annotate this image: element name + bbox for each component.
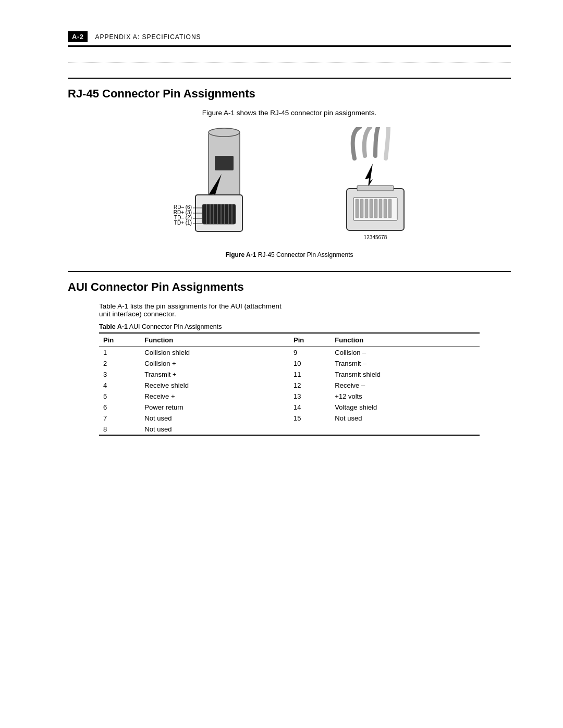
function-right: Receive – bbox=[331, 380, 480, 391]
pin-right bbox=[289, 424, 331, 435]
function-left: Receive + bbox=[140, 391, 289, 402]
svg-point-1 bbox=[209, 128, 240, 137]
svg-text:12345678: 12345678 bbox=[364, 235, 387, 240]
svg-rect-24 bbox=[356, 199, 359, 218]
pin-right: 14 bbox=[289, 402, 331, 413]
table-caption-text: AUI Connector Pin Assignments bbox=[128, 323, 222, 330]
pin-assignments-table: Pin Function Pin Function 1 Collision sh… bbox=[99, 332, 480, 436]
svg-rect-2 bbox=[215, 156, 234, 170]
table-row: 2 Collision + 10 Transmit – bbox=[99, 358, 480, 369]
page-badge: A-2 bbox=[68, 31, 88, 42]
svg-rect-30 bbox=[384, 199, 387, 218]
rj45-figure-caption: Figure A-1 RJ-45 Connector Pin Assignmen… bbox=[68, 251, 511, 258]
function-right: Not used bbox=[331, 413, 480, 424]
function-left: Power return bbox=[140, 402, 289, 413]
pin-right: 10 bbox=[289, 358, 331, 369]
pin-right: 15 bbox=[289, 413, 331, 424]
table-row: 5 Receive + 13 +12 volts bbox=[99, 391, 480, 402]
table-caption-bold: Table A-1 bbox=[99, 323, 128, 330]
rj45-figure: RD– (6) RD+ (3) TD– (2) TD+ (1) bbox=[68, 127, 511, 247]
rj45-body-text: Figure A-1 shows the RJ-45 connector pin… bbox=[68, 109, 511, 117]
svg-rect-31 bbox=[388, 199, 391, 218]
svg-text:TD+ (1): TD+ (1) bbox=[174, 220, 192, 226]
pin-left: 1 bbox=[99, 347, 140, 359]
svg-rect-26 bbox=[365, 199, 368, 218]
table-row: 1 Collision shield 9 Collision – bbox=[99, 347, 480, 359]
aui-divider bbox=[68, 271, 511, 272]
pin-left: 5 bbox=[99, 391, 140, 402]
function-left: Collision + bbox=[140, 358, 289, 369]
function-left: Not used bbox=[140, 424, 289, 435]
col-header-pin-right: Pin bbox=[289, 333, 331, 347]
aui-body-text: Table A-1 lists the pin assignments for … bbox=[68, 302, 511, 318]
svg-rect-29 bbox=[379, 199, 382, 218]
pin-left: 2 bbox=[99, 358, 140, 369]
aui-body-line1: Table A-1 lists the pin assignments for … bbox=[99, 302, 282, 310]
figure-caption-bold: Figure A-1 bbox=[226, 251, 256, 258]
function-left: Transmit + bbox=[140, 369, 289, 380]
pin-right: 11 bbox=[289, 369, 331, 380]
table-header-row: Pin Function Pin Function bbox=[99, 333, 480, 347]
col-header-function-right: Function bbox=[331, 333, 480, 347]
pin-right: 12 bbox=[289, 380, 331, 391]
rj45-right-diagram: 12345678 bbox=[323, 127, 427, 247]
col-header-function-left: Function bbox=[140, 333, 289, 347]
function-left: Receive shield bbox=[140, 380, 289, 391]
function-left: Not used bbox=[140, 413, 289, 424]
table-row: 4 Receive shield 12 Receive – bbox=[99, 380, 480, 391]
function-right: Transmit – bbox=[331, 358, 480, 369]
pin-left: 7 bbox=[99, 413, 140, 424]
aui-section: AUI Connector Pin Assignments Table A-1 … bbox=[68, 271, 511, 436]
pin-right: 13 bbox=[289, 391, 331, 402]
table-row: 7 Not used 15 Not used bbox=[99, 413, 480, 424]
header-dotted-line bbox=[68, 63, 511, 63]
svg-rect-25 bbox=[360, 199, 363, 218]
pin-left: 3 bbox=[99, 369, 140, 380]
page: A-2 Appendix A: Specifications RJ-45 Con… bbox=[0, 0, 563, 728]
rj45-left-diagram: RD– (6) RD+ (3) TD– (2) TD+ (1) bbox=[151, 127, 302, 247]
aui-body-line2: unit interface) connector. bbox=[99, 310, 176, 318]
aui-heading: AUI Connector Pin Assignments bbox=[68, 280, 511, 294]
svg-rect-28 bbox=[374, 199, 377, 218]
svg-rect-27 bbox=[370, 199, 373, 218]
rj45-divider bbox=[68, 78, 511, 79]
svg-rect-4 bbox=[202, 204, 236, 224]
function-right: +12 volts bbox=[331, 391, 480, 402]
pin-left: 4 bbox=[99, 380, 140, 391]
page-header-title: Appendix A: Specifications bbox=[95, 33, 201, 41]
table-row: 3 Transmit + 11 Transmit shield bbox=[99, 369, 480, 380]
rj45-heading: RJ-45 Connector Pin Assignments bbox=[68, 87, 511, 101]
col-header-pin-left: Pin bbox=[99, 333, 140, 347]
function-right: Voltage shield bbox=[331, 402, 480, 413]
pin-table-wrapper: Pin Function Pin Function 1 Collision sh… bbox=[68, 332, 511, 436]
pin-left: 8 bbox=[99, 424, 140, 435]
pin-left: 6 bbox=[99, 402, 140, 413]
function-right: Collision – bbox=[331, 347, 480, 359]
function-right bbox=[331, 424, 480, 435]
figure-caption-text: RJ-45 Connector Pin Assignments bbox=[256, 251, 353, 258]
function-left: Collision shield bbox=[140, 347, 289, 359]
pin-right: 9 bbox=[289, 347, 331, 359]
table-row: 6 Power return 14 Voltage shield bbox=[99, 402, 480, 413]
svg-rect-22 bbox=[357, 186, 394, 191]
table-caption: Table A-1 AUI Connector Pin Assignments bbox=[68, 323, 511, 330]
page-header: A-2 Appendix A: Specifications bbox=[68, 31, 511, 47]
table-row: 8 Not used bbox=[99, 424, 480, 435]
function-right: Transmit shield bbox=[331, 369, 480, 380]
